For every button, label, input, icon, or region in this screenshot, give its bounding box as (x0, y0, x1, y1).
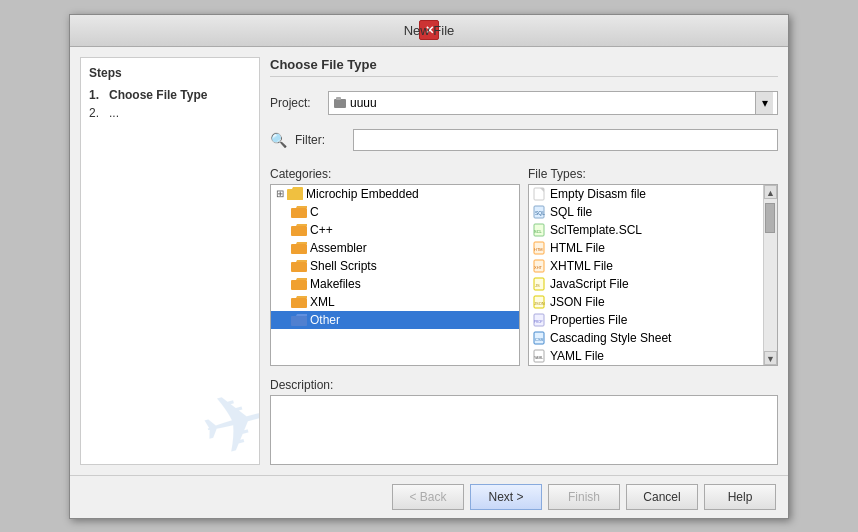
filetype-sql[interactable]: SQL SQL file (529, 203, 763, 221)
description-section: Description: (270, 378, 778, 465)
svg-rect-1 (336, 97, 341, 100)
filter-label: Filter: (295, 133, 345, 147)
svg-text:HTM: HTM (534, 247, 543, 252)
description-label: Description: (270, 378, 778, 392)
steps-title: Steps (89, 66, 251, 80)
svg-rect-0 (334, 99, 346, 108)
scroll-down-arrow[interactable]: ▼ (764, 351, 777, 365)
project-icon (333, 96, 347, 110)
filetype-icon-empty-disasm (533, 187, 547, 201)
finish-button[interactable]: Finish (548, 484, 620, 510)
filetype-label-js: JavaScript File (550, 277, 629, 291)
scroll-thumb[interactable] (765, 203, 775, 233)
svg-rect-7 (291, 280, 307, 290)
cancel-button[interactable]: Cancel (626, 484, 698, 510)
filetype-icon-properties: PROP (533, 313, 547, 327)
folder-icon-cpp (291, 223, 307, 237)
svg-rect-3 (291, 208, 307, 218)
filetype-label-xhtml: XHTML File (550, 259, 613, 273)
scroll-track[interactable] (764, 199, 777, 351)
steps-panel: Steps 1. Choose File Type 2. ... ✈ (80, 57, 260, 465)
svg-rect-2 (287, 191, 303, 200)
categories-label: Categories: (270, 167, 520, 181)
filetype-yaml[interactable]: YAML YAML File (529, 347, 763, 365)
category-c-label: C (310, 205, 319, 219)
category-shell[interactable]: Shell Scripts (271, 257, 519, 275)
filetype-icon-xhtml: XHT (533, 259, 547, 273)
category-cpp-label: C++ (310, 223, 333, 237)
help-button[interactable]: Help (704, 484, 776, 510)
svg-rect-9 (291, 316, 307, 326)
filter-icon: 🔍 (270, 132, 287, 148)
svg-rect-6 (291, 262, 307, 272)
project-dropdown-arrow[interactable]: ▾ (755, 92, 773, 114)
svg-rect-8 (291, 298, 307, 308)
next-button[interactable]: Next > (470, 484, 542, 510)
filetype-properties[interactable]: PROP Properties File (529, 311, 763, 329)
category-makefiles[interactable]: Makefiles (271, 275, 519, 293)
filetypes-list[interactable]: Empty Disasm file SQL SQL file (529, 185, 763, 365)
filetype-empty-disasm[interactable]: Empty Disasm file (529, 185, 763, 203)
category-shell-label: Shell Scripts (310, 259, 377, 273)
svg-text:JSON: JSON (534, 301, 545, 306)
folder-icon-other (291, 313, 307, 327)
svg-text:PROP: PROP (534, 320, 543, 324)
project-row: Project: uuuu ▾ (270, 91, 778, 115)
svg-text:CSS: CSS (535, 337, 544, 342)
new-file-dialog: ✕ New File Steps 1. Choose File Type 2. … (69, 14, 789, 519)
categories-filetypes: Categories: ⊞ Microchip Embedded (270, 167, 778, 366)
category-c[interactable]: C (271, 203, 519, 221)
category-microchip[interactable]: ⊞ Microchip Embedded (271, 185, 519, 203)
svg-rect-4 (291, 226, 307, 236)
filetype-json[interactable]: JSON JSON File (529, 293, 763, 311)
filetype-icon-yaml: YAML (533, 349, 547, 363)
filetypes-label: File Types: (528, 167, 778, 181)
window-content: Steps 1. Choose File Type 2. ... ✈ Choos… (70, 47, 788, 475)
category-asm[interactable]: Assembler (271, 239, 519, 257)
filetype-label-css: Cascading Style Sheet (550, 331, 671, 345)
filetype-icon-js: JS (533, 277, 547, 291)
back-button[interactable]: < Back (392, 484, 464, 510)
filetypes-box: File Types: Empty Disasm file (528, 167, 778, 366)
categories-list[interactable]: ⊞ Microchip Embedded (270, 184, 520, 366)
category-microchip-label: Microchip Embedded (306, 187, 419, 201)
filetypes-scrollbar[interactable]: ▲ ▼ (763, 185, 777, 365)
filetype-label-empty-disasm: Empty Disasm file (550, 187, 646, 201)
steps-section: Steps 1. Choose File Type 2. ... ✈ (80, 57, 260, 465)
bottom-bar: < Back Next > Finish Cancel Help (70, 475, 788, 518)
svg-text:YAML: YAML (534, 356, 543, 360)
category-xml-label: XML (310, 295, 335, 309)
categories-box: Categories: ⊞ Microchip Embedded (270, 167, 520, 366)
folder-icon (287, 187, 303, 201)
filter-input[interactable] (353, 129, 778, 151)
expand-icon: ⊞ (275, 188, 285, 199)
watermark: ✈ (193, 376, 260, 464)
category-xml[interactable]: XML (271, 293, 519, 311)
right-panel: Choose File Type Project: uuuu ▾ 🔍 Filte… (270, 57, 778, 465)
project-combo[interactable]: uuuu ▾ (328, 91, 778, 115)
project-label: Project: (270, 96, 320, 110)
description-box (270, 395, 778, 465)
category-cpp[interactable]: C++ (271, 221, 519, 239)
scroll-up-arrow[interactable]: ▲ (764, 185, 777, 199)
filetype-xhtml[interactable]: XHT XHTML File (529, 257, 763, 275)
filetype-label-yaml: YAML File (550, 349, 604, 363)
step-2: 2. ... (89, 106, 251, 120)
folder-icon-c (291, 205, 307, 219)
filetype-icon-html: HTM (533, 241, 547, 255)
svg-text:SQL: SQL (535, 210, 545, 216)
filetype-label-json: JSON File (550, 295, 605, 309)
category-other[interactable]: Other (271, 311, 519, 329)
filetype-html[interactable]: HTM HTML File (529, 239, 763, 257)
filetype-icon-sql: SQL (533, 205, 547, 219)
filetypes-list-container: Empty Disasm file SQL SQL file (528, 184, 778, 366)
category-other-label: Other (310, 313, 340, 327)
filetype-css[interactable]: CSS Cascading Style Sheet (529, 329, 763, 347)
filetype-label-html: HTML File (550, 241, 605, 255)
filetype-js[interactable]: JS JavaScript File (529, 275, 763, 293)
svg-text:XHT: XHT (534, 265, 543, 270)
filetype-scl[interactable]: SCL SclTemplate.SCL (529, 221, 763, 239)
filetype-label-scl: SclTemplate.SCL (550, 223, 642, 237)
filetype-label-sql: SQL file (550, 205, 592, 219)
filetype-icon-scl: SCL (533, 223, 547, 237)
